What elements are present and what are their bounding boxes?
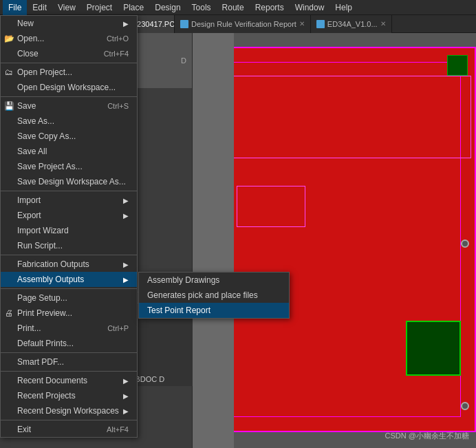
menu-print-preview[interactable]: 🖨 Print Preview... — [1, 306, 137, 321]
menu-fabrication-outputs[interactable]: Fabrication Outputs ▶ — [1, 257, 137, 272]
menubar-place[interactable]: Place — [118, 0, 149, 15]
menubar-edit[interactable]: Edit — [27, 0, 52, 15]
menu-save[interactable]: 💾 Save Ctrl+S — [1, 98, 137, 114]
project-icon: 🗂 — [3, 67, 14, 78]
menu-recent-projects[interactable]: Recent Projects ▶ — [1, 388, 137, 403]
menu-smart-pdf[interactable]: Smart PDF... — [1, 354, 137, 370]
recent-ws-arrow: ▶ — [123, 407, 129, 415]
sep-7 — [1, 371, 137, 372]
menu-close[interactable]: Close Ctrl+F4 — [1, 46, 137, 61]
pcb-board — [215, 47, 476, 432]
tab-ed34a-close[interactable]: ✕ — [380, 20, 386, 28]
sep-4 — [1, 255, 137, 255]
sep-2 — [1, 96, 137, 97]
menubar-file[interactable]: File — [3, 0, 27, 15]
tab-ed34a-icon — [316, 20, 325, 28]
menu-page-setup[interactable]: Page Setup... — [1, 290, 137, 306]
menubar-design[interactable]: Design — [149, 0, 186, 15]
menu-export[interactable]: Export ▶ — [1, 208, 137, 223]
open-icon: 📂 — [3, 33, 14, 44]
tab-ed34a-label: ED34A_V1.0... — [327, 20, 378, 28]
mounting-hole-1 — [461, 239, 469, 248]
tab-drvreport[interactable]: Design Rule Verification Report ✕ — [175, 15, 311, 33]
menubar-help[interactable]: Help — [329, 0, 358, 15]
submenu-assembly-drawings[interactable]: Assembly Drawings — [139, 273, 289, 288]
recent-docs-arrow: ▶ — [123, 377, 129, 385]
menu-import[interactable]: Import ▶ — [1, 193, 137, 208]
pcb-outline-2 — [237, 186, 305, 227]
tab-drvreport-label: Design Rule Verification Report — [191, 20, 296, 28]
assembly-outputs-submenu: Assembly Drawings Generates pick and pla… — [138, 272, 290, 319]
menubar-project[interactable]: Project — [81, 0, 118, 15]
import-arrow: ▶ — [123, 197, 129, 204]
menubar: File Edit View Project Place Design Tool… — [0, 0, 476, 15]
menu-assembly-outputs[interactable]: Assembly Outputs ▶ Assembly Drawings Gen… — [1, 272, 137, 287]
export-arrow: ▶ — [123, 212, 129, 220]
sep-3 — [1, 191, 137, 191]
sep-5 — [1, 288, 137, 289]
menu-save-all[interactable]: Save All — [1, 144, 137, 159]
menu-save-project-as[interactable]: Save Project As... — [1, 159, 137, 174]
pcb-chip-2 — [406, 321, 461, 376]
menu-save-as[interactable]: Save As... — [1, 114, 137, 129]
mounting-hole-2 — [461, 402, 469, 410]
print-preview-icon: 🖨 — [3, 308, 14, 319]
menubar-reports[interactable]: Reports — [250, 0, 290, 15]
menu-recent-documents[interactable]: Recent Documents ▶ — [1, 373, 137, 388]
menubar-window[interactable]: Window — [290, 0, 330, 15]
menubar-view[interactable]: View — [52, 0, 81, 15]
fab-arrow: ▶ — [123, 261, 129, 268]
sep-1 — [1, 63, 137, 63]
pcb-outline-1 — [219, 76, 471, 158]
sep-6 — [1, 352, 137, 353]
menubar-route[interactable]: Route — [217, 0, 250, 15]
menu-save-design-workspace-as[interactable]: Save Design Workspace As... — [1, 174, 137, 189]
menu-default-prints[interactable]: Default Prints... — [1, 336, 137, 351]
menubar-tools[interactable]: Tools — [186, 0, 217, 15]
pcb-background — [193, 33, 476, 448]
menu-new[interactable]: New ▶ — [1, 16, 137, 31]
menu-run-script[interactable]: Run Script... — [1, 238, 137, 253]
sep-8 — [1, 420, 137, 420]
menu-exit[interactable]: Exit Alt+F4 — [1, 422, 137, 437]
tab-drvreport-close[interactable]: ✕ — [299, 20, 305, 28]
assembly-arrow: ▶ — [123, 276, 129, 284]
save-icon: 💾 — [3, 100, 14, 111]
menu-recent-workspaces[interactable]: Recent Design Workspaces ▶ — [1, 403, 137, 418]
tab-ed34a[interactable]: ED34A_V1.0... ✕ — [311, 15, 392, 33]
menu-print[interactable]: Print... Ctrl+P — [1, 321, 137, 336]
menu-open[interactable]: 📂 Open... Ctrl+O — [1, 31, 137, 46]
pcb-chip-1 — [447, 55, 468, 76]
recent-proj-arrow: ▶ — [123, 392, 129, 400]
tab-drvreport-icon — [180, 20, 188, 28]
submenu-pick-place[interactable]: Generates pick and place files — [139, 288, 289, 303]
menu-import-wizard[interactable]: Import Wizard — [1, 223, 137, 238]
canvas-area: CSDN @小幽余生不加糖 — [193, 33, 476, 448]
file-menu: New ▶ 📂 Open... Ctrl+O Close Ctrl+F4 🗂 O… — [0, 15, 138, 438]
menu-open-workspace[interactable]: Open Design Workspace... — [1, 80, 137, 95]
pcb-left-gray — [193, 33, 234, 448]
new-arrow: ▶ — [123, 20, 129, 28]
watermark: CSDN @小幽余生不加糖 — [385, 431, 469, 441]
menu-open-project[interactable]: 🗂 Open Project... — [1, 65, 137, 80]
menu-save-copy-as[interactable]: Save Copy As... — [1, 129, 137, 144]
submenu-test-point-report[interactable]: Test Point Report — [139, 303, 289, 318]
